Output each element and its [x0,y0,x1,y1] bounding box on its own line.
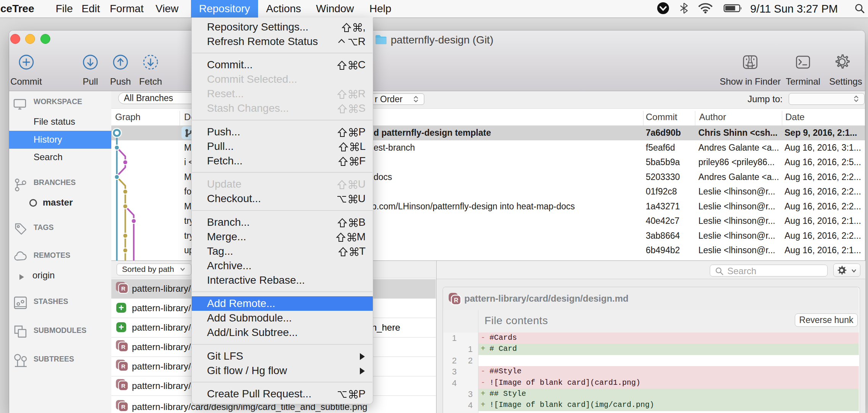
svg-text:R: R [454,297,459,304]
